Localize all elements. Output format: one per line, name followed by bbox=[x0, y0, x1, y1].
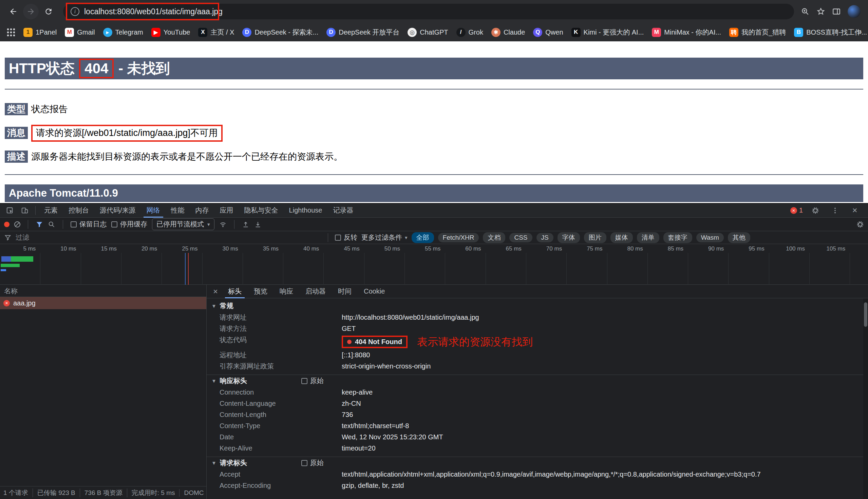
bookmark-item[interactable]: X 主页 / X bbox=[195, 26, 237, 39]
devtools-tab[interactable]: 内存 bbox=[190, 203, 214, 218]
disable-cache-checkbox[interactable] bbox=[111, 221, 117, 228]
general-section-header[interactable]: ▼常规 bbox=[207, 300, 868, 312]
bookmark-item[interactable]: D DeepSeek - 探索未... bbox=[239, 26, 321, 39]
devtools-tab[interactable]: 记录器 bbox=[328, 203, 358, 218]
filter-chip[interactable]: 媒体 bbox=[610, 232, 633, 243]
report-row-message: 消息请求的资源[/web01/static/img/aaa.jpg]不可用 bbox=[5, 127, 863, 140]
filter-chip[interactable]: 文档 bbox=[483, 232, 505, 243]
bookmark-item[interactable]: M Gmail bbox=[62, 26, 98, 39]
forward-button[interactable] bbox=[23, 4, 39, 19]
toolbar-actions bbox=[801, 5, 863, 18]
bookmark-item[interactable]: / Grok bbox=[453, 26, 486, 39]
overview-waterfall[interactable] bbox=[0, 253, 868, 285]
request-list-header[interactable]: 名称 bbox=[0, 285, 206, 297]
profile-avatar[interactable] bbox=[848, 5, 860, 18]
forward-icon bbox=[26, 7, 35, 16]
filter-toggle-button[interactable] bbox=[36, 221, 43, 228]
raw-checkbox[interactable] bbox=[301, 378, 307, 384]
devtools-tab[interactable]: 源代码/来源 bbox=[95, 203, 141, 218]
devtools-tab[interactable]: 网络 bbox=[142, 203, 165, 218]
header-value: text/html,application/xhtml+xml,applicat… bbox=[342, 470, 761, 479]
devtools-tab[interactable]: 控制台 bbox=[63, 203, 94, 218]
export-har-button[interactable] bbox=[254, 221, 262, 228]
request-headers-section-header[interactable]: ▼请求标头原始 bbox=[207, 457, 868, 469]
search-button[interactable] bbox=[48, 221, 55, 228]
favicon-glyph: ▸ bbox=[106, 29, 109, 36]
detail-tab[interactable]: 启动器 bbox=[300, 285, 332, 298]
filter-chip[interactable]: 图片 bbox=[584, 232, 606, 243]
console-error-badge[interactable]: ×1 bbox=[790, 206, 803, 214]
devtools-tab[interactable]: 隐私与安全 bbox=[239, 203, 283, 218]
invert-checkbox[interactable] bbox=[335, 234, 341, 241]
device-toolbar-button[interactable] bbox=[17, 203, 32, 218]
summary-item: 已传输 923 B bbox=[33, 488, 80, 497]
bookmark-item[interactable]: 1 1Panel bbox=[20, 26, 60, 39]
more-filters-button[interactable]: 更多过滤条件▾ bbox=[361, 233, 407, 242]
filter-chip[interactable]: 全部 bbox=[412, 232, 434, 243]
row-text: 源服务器未能找到目标资源的表示或者是不愿公开一个已经存在的资源表示。 bbox=[31, 151, 343, 162]
scrollbar-thumb[interactable] bbox=[864, 302, 867, 327]
filter-chip[interactable]: 字体 bbox=[558, 232, 580, 243]
devtools-tab[interactable]: 应用 bbox=[215, 203, 239, 218]
response-headers-section-header[interactable]: ▼响应标头原始 bbox=[207, 375, 868, 387]
raw-checkbox[interactable] bbox=[301, 460, 307, 466]
close-details-icon[interactable]: × bbox=[209, 285, 222, 298]
network-conditions-button[interactable] bbox=[219, 221, 227, 228]
throttling-select[interactable]: 已停用节流模式▾ bbox=[152, 218, 214, 230]
bookmark-star-button[interactable] bbox=[817, 7, 825, 16]
bookmark-item[interactable]: D DeepSeek 开放平台 bbox=[323, 26, 402, 39]
detail-tab[interactable]: Cookie bbox=[358, 285, 391, 298]
devtools-tab[interactable]: 元素 bbox=[39, 203, 63, 218]
devtools-tab[interactable]: 性能 bbox=[166, 203, 190, 218]
bookmark-item[interactable]: M MiniMax - 你的AI... bbox=[649, 26, 724, 39]
scrollbar[interactable] bbox=[863, 298, 868, 499]
bookmark-item[interactable]: ◎ ChatGPT bbox=[404, 26, 451, 39]
detail-tab-label: 响应 bbox=[280, 287, 293, 296]
inspect-button[interactable] bbox=[3, 203, 17, 218]
bookmark-favicon: ▶ bbox=[151, 28, 160, 37]
filter-chip[interactable]: 清单 bbox=[637, 232, 659, 243]
bookmark-item[interactable]: ▶ YouTube bbox=[148, 26, 193, 39]
back-button[interactable] bbox=[5, 4, 21, 19]
filter-chip[interactable]: 其他 bbox=[728, 232, 750, 243]
side-panel-button[interactable] bbox=[832, 7, 841, 16]
url-bar[interactable]: i localhost:8080/web01/static/img/aaa.jp… bbox=[63, 4, 794, 19]
filter-chip[interactable]: JS bbox=[536, 233, 554, 242]
import-har-button[interactable] bbox=[242, 221, 249, 228]
preserve-log-checkbox[interactable] bbox=[71, 221, 77, 228]
devtools-tab[interactable]: Lighthouse bbox=[284, 203, 328, 218]
devtools-menu-button[interactable] bbox=[828, 203, 842, 218]
bookmark-item[interactable]: K Kimi - 更强大的 AI... bbox=[568, 26, 647, 39]
filter-chip[interactable]: 套接字 bbox=[663, 232, 692, 243]
filter-chip[interactable]: CSS bbox=[509, 233, 532, 242]
detail-tab[interactable]: 预览 bbox=[248, 285, 273, 298]
bookmark-item[interactable]: ✱ Claude bbox=[488, 26, 528, 39]
detail-tab[interactable]: 时间 bbox=[332, 285, 357, 298]
request-row[interactable]: × aaa.jpg bbox=[0, 297, 206, 309]
apps-grid-icon[interactable] bbox=[7, 28, 15, 36]
devtools-close-button[interactable]: × bbox=[848, 203, 862, 218]
bookmark-item[interactable]: 聘 我的首页_猎聘 bbox=[726, 26, 789, 39]
detail-tab[interactable]: 标头 bbox=[222, 285, 247, 298]
detail-tab[interactable]: 响应 bbox=[274, 285, 299, 298]
site-info-icon[interactable]: i bbox=[71, 7, 80, 16]
record-button[interactable] bbox=[4, 222, 10, 227]
reload-button[interactable] bbox=[41, 4, 56, 19]
filter-chip[interactable]: Wasm bbox=[696, 233, 724, 242]
network-settings-button[interactable] bbox=[856, 221, 864, 228]
header-row: 远程地址[::1]:8080 bbox=[207, 350, 868, 361]
bookmark-item[interactable]: B BOSS直聘-找工作... bbox=[791, 26, 868, 39]
clear-network-log-button[interactable] bbox=[14, 221, 20, 228]
bookmarks-overflow-chevron[interactable]: » bbox=[857, 26, 862, 37]
devtools-settings-button[interactable] bbox=[808, 203, 822, 218]
failed-request-icon: × bbox=[3, 300, 10, 306]
filter-chip[interactable]: Fetch/XHR bbox=[438, 233, 479, 242]
annotation-box-status: 404 Not Found bbox=[342, 336, 407, 348]
summary-item: 736 B 项资源 bbox=[80, 488, 127, 497]
bookmark-item[interactable]: Q Qwen bbox=[530, 26, 566, 39]
network-filter-input[interactable] bbox=[16, 234, 321, 241]
zoom-button[interactable] bbox=[801, 7, 810, 16]
bookmark-item[interactable]: ▸ Telegram bbox=[100, 26, 146, 39]
favicon-glyph: B bbox=[797, 29, 801, 36]
detail-tab-label: 预览 bbox=[254, 287, 267, 296]
